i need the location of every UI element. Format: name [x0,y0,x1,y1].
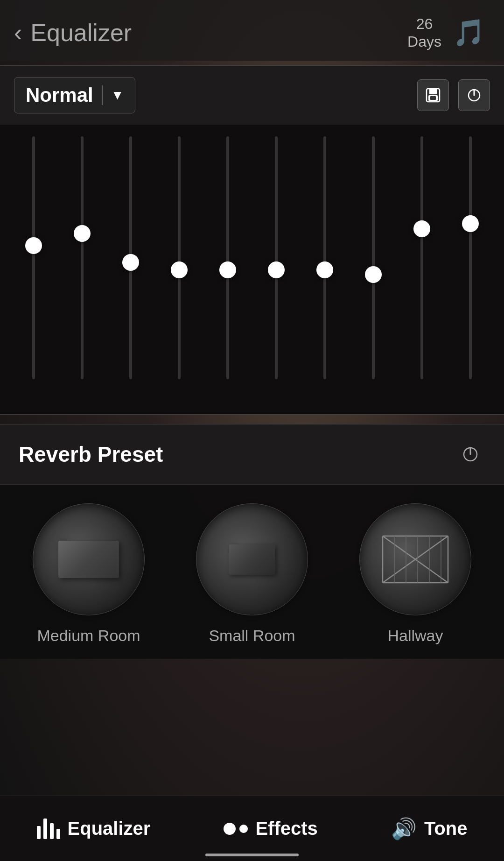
slider-3[interactable] [106,136,155,398]
slider-knob-10[interactable] [462,215,479,232]
medium-room-circle [33,503,145,615]
slider-knob-5[interactable] [219,261,236,278]
back-button[interactable]: ‹ [14,21,22,45]
svg-rect-3 [430,96,436,100]
slider-9[interactable] [398,136,446,398]
preset-medium-room[interactable]: Medium Room [14,503,163,645]
slider-7[interactable] [301,136,349,398]
eq-sliders-container [0,125,504,414]
music-list-icon[interactable]: 🎵 [453,17,485,48]
nav-tone-label: Tone [424,818,468,839]
speaker-icon: 🔊 [391,817,417,841]
hallway-label: Hallway [387,627,443,645]
slider-track-3[interactable] [129,136,132,379]
days-counter: 26 Days [407,15,441,51]
header-left: ‹ Equalizer [14,19,132,47]
preset-small-room[interactable]: Small Room [177,503,327,645]
small-room-icon [229,544,275,575]
slider-track-6[interactable] [275,136,278,379]
slider-6[interactable] [252,136,301,398]
dot-small [239,825,248,833]
slider-knob-4[interactable] [171,261,188,278]
days-number: 26 [407,15,441,33]
medium-room-label: Medium Room [37,627,140,645]
nav-equalizer[interactable]: Equalizer [28,813,160,844]
hallway-circle [359,503,471,615]
preset-selector[interactable]: Normal ▼ [14,77,135,113]
slider-10[interactable] [446,136,495,398]
hallway-svg [378,531,453,587]
save-button[interactable] [417,79,449,111]
slider-knob-7[interactable] [316,261,333,278]
slider-track-8[interactable] [372,136,375,379]
bottom-indicator [205,854,299,856]
slider-knob-1[interactable] [25,237,42,254]
bottom-nav: Equalizer Effects 🔊 Tone [0,796,504,861]
slider-4[interactable] [155,136,203,398]
slider-knob-6[interactable] [268,261,285,278]
slider-track-7[interactable] [323,136,326,379]
nav-equalizer-label: Equalizer [68,818,151,839]
hallway-icon [378,531,453,587]
header: ‹ Equalizer 26 Days 🎵 [0,0,504,61]
slider-track-9[interactable] [420,136,423,379]
room-presets: Medium Room Small Room [0,485,504,659]
slider-track-2[interactable] [81,136,84,379]
reverb-header: Reverb Preset [0,424,504,485]
reverb-section: Reverb Preset Medium Room [0,424,504,659]
page-title: Equalizer [30,19,132,47]
slider-1[interactable] [9,136,58,398]
eq-section: Normal ▼ [0,65,504,415]
reverb-power-button[interactable] [455,439,485,469]
effects-dots-icon [224,823,248,835]
nav-tone[interactable]: 🔊 Tone [382,812,477,846]
reverb-power-icon [461,445,480,464]
eq-controls [417,79,490,111]
slider-track-5[interactable] [226,136,229,379]
slider-knob-3[interactable] [122,254,139,271]
slider-knob-8[interactable] [365,266,382,283]
eq-bar-2 [43,819,47,839]
small-room-label: Small Room [209,627,295,645]
app-content: ‹ Equalizer 26 Days 🎵 Normal ▼ [0,0,504,861]
dropdown-arrow-icon: ▼ [111,88,124,103]
eq-bars-icon [37,819,60,839]
eq-bar-3 [50,823,54,839]
eq-bar-1 [37,826,41,839]
slider-track-10[interactable] [469,136,472,379]
nav-effects[interactable]: Effects [214,813,327,844]
sliders-area [9,134,495,400]
svg-rect-1 [429,89,437,94]
slider-8[interactable] [349,136,398,398]
divider [102,85,103,105]
save-icon [425,87,441,104]
dot-big [224,823,236,835]
reverb-title: Reverb Preset [19,442,163,467]
slider-2[interactable] [58,136,106,398]
header-right: 26 Days 🎵 [407,15,485,51]
slider-5[interactable] [203,136,252,398]
slider-track-4[interactable] [178,136,181,379]
eq-bar-4 [56,829,60,839]
slider-track-1[interactable] [32,136,35,379]
preset-name: Normal [26,84,93,106]
medium-room-icon [58,541,119,578]
days-text: Days [407,33,441,50]
preset-hallway[interactable]: Hallway [341,503,490,645]
small-room-circle [196,503,308,615]
slider-knob-9[interactable] [413,220,430,237]
power-icon [466,87,483,104]
nav-effects-label: Effects [255,818,317,839]
slider-knob-2[interactable] [74,225,91,242]
eq-header: Normal ▼ [0,66,504,125]
power-button[interactable] [458,79,490,111]
